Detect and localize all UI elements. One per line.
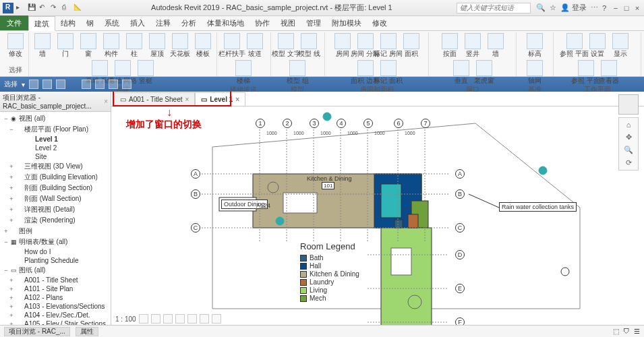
- tree-item[interactable]: +图例: [0, 226, 111, 237]
- tree-item[interactable]: +详图视图 (Detail): [0, 204, 111, 215]
- tree-expander-icon[interactable]: +: [8, 312, 15, 319]
- tree-item[interactable]: +立面 (Building Elevation): [0, 172, 111, 183]
- ribbon-btn-墙[interactable]: 墙: [485, 32, 506, 58]
- ribbon-btn-面积[interactable]: 面积: [401, 32, 422, 58]
- ribbon-btn-构件[interactable]: 构件: [100, 32, 122, 58]
- ribbon-btn-柱[interactable]: 柱: [123, 32, 145, 58]
- ribbon-tab-分析[interactable]: 分析: [176, 16, 202, 30]
- opt-icon-7[interactable]: [122, 80, 131, 89]
- tree-expander-icon[interactable]: +: [8, 217, 15, 224]
- ribbon-tab-附加模块[interactable]: 附加模块: [326, 16, 367, 30]
- ribbon-btn-老虎窗[interactable]: 老虎窗: [473, 59, 495, 85]
- ribbon-tab-建筑[interactable]: 建筑: [28, 16, 55, 31]
- tree-expander-icon[interactable]: −: [8, 126, 15, 133]
- tree-expander-icon[interactable]: +: [8, 277, 15, 284]
- redo-icon[interactable]: ↷: [51, 3, 60, 13]
- tree-item[interactable]: −▦明细表/数量 (all): [0, 237, 111, 247]
- opt-icon-5[interactable]: [95, 80, 105, 89]
- opt-icon-6[interactable]: [109, 80, 118, 89]
- ribbon-btn-显示[interactable]: 显示: [610, 32, 631, 58]
- tree-expander-icon[interactable]: +: [8, 286, 15, 293]
- ribbon-btn-竖梃[interactable]: 竖梃: [135, 59, 156, 85]
- tree-item[interactable]: Planting Schedule: [0, 256, 111, 265]
- tree-expander-icon[interactable]: −: [3, 267, 9, 274]
- tree-item[interactable]: +A001 - Title Sheet: [0, 276, 111, 284]
- tree-expander-icon[interactable]: +: [8, 303, 15, 310]
- maximize-button[interactable]: □: [622, 4, 631, 12]
- help-icon[interactable]: ?: [602, 4, 606, 12]
- ribbon-btn-修改[interactable]: 修改: [5, 32, 26, 58]
- ribbon-btn-按面[interactable]: 按面: [439, 32, 461, 58]
- sun-path-icon[interactable]: [163, 314, 173, 324]
- tree-expander-icon[interactable]: +: [8, 321, 15, 326]
- tree-item[interactable]: How do I: [0, 247, 111, 256]
- ribbon-tab-结构[interactable]: 结构: [55, 16, 81, 30]
- measure-icon[interactable]: 📐: [74, 3, 83, 13]
- pan-icon[interactable]: ✥: [626, 133, 632, 142]
- doc-tab-close-icon[interactable]: ×: [235, 96, 239, 103]
- ribbon-btn-房间[interactable]: 房间: [332, 32, 353, 58]
- file-tab[interactable]: 文件: [0, 16, 28, 30]
- tree-expander-icon[interactable]: +: [8, 163, 15, 170]
- ribbon-tab-协作[interactable]: 协作: [250, 16, 275, 30]
- tree-item[interactable]: +A105 - Elev./ Stair Sections: [0, 319, 111, 325]
- orbit-icon[interactable]: ⟳: [626, 158, 632, 167]
- tree-expander-icon[interactable]: −: [3, 239, 9, 245]
- tree-item[interactable]: +A101 - Site Plan: [0, 284, 111, 293]
- tree-item[interactable]: −▭图纸 (all): [0, 265, 111, 276]
- ribbon-btn-标记 房间[interactable]: 标记 房间: [378, 32, 399, 58]
- browser-close-icon[interactable]: ×: [104, 98, 108, 105]
- tree-expander-icon[interactable]: +: [8, 295, 15, 301]
- ribbon-tab-插入[interactable]: 插入: [125, 16, 150, 30]
- tree-expander-icon[interactable]: +: [3, 228, 9, 235]
- tree-item[interactable]: +三维视图 (3D View): [0, 161, 111, 172]
- tree-item[interactable]: +A102 - Plans: [0, 293, 111, 302]
- tree-item[interactable]: Site: [0, 152, 111, 161]
- tree-expander-icon[interactable]: +: [8, 174, 15, 181]
- undo-icon[interactable]: ↶: [39, 3, 49, 13]
- ribbon-btn-坡道[interactable]: 坡道: [244, 32, 266, 58]
- tree-item[interactable]: +A104 - Elev./Sec./Det.: [0, 311, 111, 319]
- reveal-icon[interactable]: [212, 314, 221, 324]
- favorite-icon[interactable]: ☆: [550, 3, 556, 12]
- ribbon-tab-管理[interactable]: 管理: [301, 16, 326, 30]
- drawing-canvas[interactable]: 1210003100041000510006100071000 ABC ABCD…: [111, 106, 644, 325]
- tree-expander-icon[interactable]: +: [8, 206, 15, 213]
- ribbon-btn-楼梯[interactable]: 楼梯: [233, 59, 254, 85]
- ribbon-btn-窗[interactable]: 窗: [78, 32, 99, 58]
- tree-item[interactable]: Level 2: [0, 144, 111, 152]
- login-button[interactable]: 👤 登录: [560, 3, 587, 13]
- save-icon[interactable]: 💾: [28, 3, 37, 13]
- opt-icon-4[interactable]: [82, 80, 91, 89]
- ribbon-btn-设置[interactable]: 设置: [587, 32, 608, 58]
- tree-item[interactable]: Level 1: [0, 135, 111, 144]
- filter-icon[interactable]: ☰: [634, 328, 640, 335]
- crop-icon[interactable]: [187, 314, 197, 324]
- zoom-icon[interactable]: 🔍: [624, 146, 633, 154]
- ribbon-tab-修改[interactable]: 修改: [367, 16, 392, 30]
- infocenter-icon[interactable]: 🔍: [536, 3, 546, 12]
- status-tab-browser[interactable]: 项目浏览 - RAC_...: [4, 327, 70, 336]
- ribbon-btn-门[interactable]: 门: [55, 32, 76, 58]
- ribbon-btn-楼板[interactable]: 楼板: [192, 32, 214, 58]
- ribbon-tab-注释[interactable]: 注释: [150, 16, 176, 30]
- tree-expander-icon[interactable]: −: [3, 115, 9, 122]
- shadows-icon[interactable]: [175, 314, 185, 324]
- close-button[interactable]: ×: [633, 4, 641, 12]
- ribbon-btn-墙[interactable]: 墙: [32, 32, 53, 58]
- print-icon[interactable]: ⎙: [62, 3, 71, 13]
- home-icon[interactable]: ⌂: [626, 121, 631, 129]
- ribbon-btn-模型 文字[interactable]: 模型 文字: [275, 32, 297, 58]
- ribbon-tab-系统[interactable]: 系统: [99, 16, 125, 30]
- opt-icon-3[interactable]: [56, 80, 65, 89]
- ribbon-btn-查看器[interactable]: 查看器: [598, 59, 620, 85]
- ribbon-btn-标高[interactable]: 标高: [524, 32, 546, 58]
- ribbon-btn-竖井[interactable]: 竖井: [462, 32, 484, 58]
- ribbon-btn-屋顶[interactable]: 屋顶: [146, 32, 168, 58]
- search-input[interactable]: [457, 3, 531, 13]
- visual-style-icon[interactable]: [151, 314, 160, 324]
- dropdown-icon[interactable]: ▾: [22, 81, 25, 88]
- tree-item[interactable]: +A103 - Elevations/Sections: [0, 302, 111, 311]
- ribbon-btn-轴网[interactable]: 轴网: [524, 59, 546, 85]
- ribbon-btn-栏杆扶手[interactable]: 栏杆扶手: [221, 32, 243, 58]
